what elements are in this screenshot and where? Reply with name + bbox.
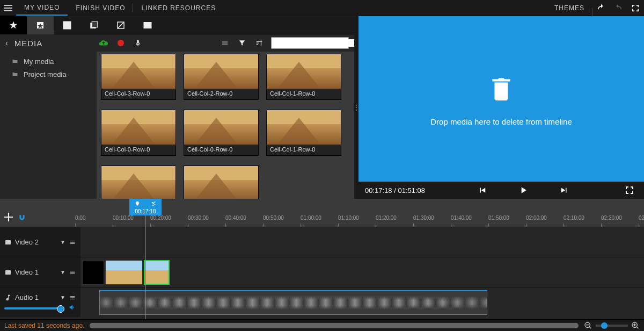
horizontal-resizer[interactable] xyxy=(354,16,358,199)
tab-text[interactable]: A xyxy=(54,16,80,34)
svg-rect-0 xyxy=(37,22,43,28)
timeline-scrollbar[interactable] xyxy=(90,323,579,328)
video-clip[interactable] xyxy=(105,260,143,285)
back-icon[interactable]: ‹ xyxy=(5,39,8,47)
media-header: ‹ MEDIA xyxy=(0,34,354,52)
folder-project-media[interactable]: Project media xyxy=(0,68,97,81)
nav-linked-resources[interactable]: LINKED RESOURCES xyxy=(133,0,224,16)
add-track-icon[interactable] xyxy=(4,213,13,221)
track-body[interactable] xyxy=(80,257,644,287)
audio-clip[interactable] xyxy=(99,290,487,315)
track-name: Video 2 xyxy=(15,238,57,246)
folder-my-media[interactable]: My media xyxy=(0,55,97,68)
timeline: 0:0000:10:0000:20:0000:30:0000:40:0000:5… xyxy=(0,199,644,319)
track-menu-icon[interactable] xyxy=(69,294,76,301)
track-video2: Video 2 ▼ xyxy=(0,227,644,257)
media-title: MEDIA xyxy=(14,39,43,48)
zoom-slider[interactable] xyxy=(596,325,628,327)
svg-rect-9 xyxy=(5,240,11,244)
thumb-label: Cell-Col-1-Row-0 xyxy=(267,145,341,155)
track-name: Video 1 xyxy=(15,268,57,276)
svg-rect-5 xyxy=(118,22,124,28)
playhead-line[interactable] xyxy=(145,199,146,319)
nav-themes[interactable]: THEMES xyxy=(546,4,592,12)
track-body[interactable] xyxy=(80,287,644,317)
preview-controls: 00:17:18 / 01:51:08 xyxy=(358,182,644,199)
media-search[interactable] xyxy=(271,37,349,49)
svg-rect-1 xyxy=(63,21,71,29)
drop-delete-zone[interactable]: Drop media here to delete from timeline xyxy=(358,16,644,182)
undo-icon[interactable] xyxy=(595,2,608,15)
track-name: Audio 1 xyxy=(15,293,57,301)
skip-back-icon[interactable] xyxy=(474,182,491,198)
tab-media[interactable] xyxy=(27,16,54,34)
record-icon[interactable] xyxy=(115,38,126,48)
thumb-label: Cell-Col-0-Row-0 xyxy=(184,145,258,155)
skip-forward-icon[interactable] xyxy=(556,182,572,198)
thumb-label: Cell-Col-0-Row-0 xyxy=(101,145,175,155)
tab-effects[interactable] xyxy=(107,16,134,34)
tab-layers[interactable] xyxy=(80,16,107,34)
cut-icon[interactable] xyxy=(151,201,156,206)
svg-rect-10 xyxy=(5,270,11,275)
nav-finish-video[interactable]: FINISH VIDEO xyxy=(68,0,133,16)
thumb-label: Cell-Col-1-Row-0 xyxy=(267,89,341,99)
playhead[interactable]: 00:17:18 xyxy=(129,199,162,215)
redo-icon[interactable] xyxy=(612,2,625,15)
media-thumb[interactable]: Cell-Col-2-Row-0 xyxy=(184,54,259,100)
zoom-in-icon[interactable] xyxy=(631,321,640,330)
video-clip-selected[interactable] xyxy=(144,260,170,285)
search-input[interactable] xyxy=(275,39,355,47)
filter-icon[interactable] xyxy=(237,38,247,48)
media-thumb[interactable]: Cell-Col-1-Row-0 xyxy=(266,54,341,100)
preview-fullscreen-icon[interactable] xyxy=(621,182,638,198)
track-video1: Video 1 ▼ xyxy=(0,257,644,287)
chevron-down-icon[interactable]: ▼ xyxy=(60,239,65,245)
media-thumb[interactable]: Cell-Col-3-Row-0 xyxy=(101,54,176,100)
playhead-time: 00:17:18 xyxy=(129,208,162,214)
media-thumbnails: Cell-Col-3-Row-0 Cell-Col-2-Row-0 Cell-C… xyxy=(97,52,354,199)
marker-icon[interactable] xyxy=(135,201,140,206)
list-view-icon[interactable] xyxy=(219,38,230,48)
music-icon xyxy=(4,294,12,301)
media-thumb[interactable]: Cell-Col-1-Row-0 xyxy=(266,110,341,156)
tab-images[interactable] xyxy=(134,16,161,34)
folder-label: Project media xyxy=(24,70,66,78)
mic-icon[interactable] xyxy=(133,38,143,48)
fullscreen-icon[interactable] xyxy=(629,2,642,15)
menu-icon[interactable] xyxy=(0,0,16,16)
magnet-icon[interactable] xyxy=(17,214,27,221)
tab-favorites[interactable] xyxy=(0,16,27,34)
thumb-label: Cell-Col-3-Row-0 xyxy=(101,89,175,99)
media-thumb[interactable]: Cell-Col-0-Row-0 xyxy=(101,110,176,156)
svg-point-8 xyxy=(118,40,124,46)
media-thumb[interactable]: Cell-Col-0-Row-0 xyxy=(184,110,259,156)
video-clip[interactable] xyxy=(83,260,104,285)
track-menu-icon[interactable] xyxy=(69,269,76,276)
preview-time: 00:17:18 / 01:51:08 xyxy=(365,186,425,195)
track-body[interactable] xyxy=(80,227,644,257)
status-bar: Last saved 11 seconds ago. xyxy=(0,319,644,331)
zoom-out-icon[interactable] xyxy=(584,321,592,330)
drop-text: Drop media here to delete from timeline xyxy=(430,117,572,126)
media-thumb[interactable] xyxy=(101,166,176,199)
sort-icon[interactable] xyxy=(254,38,265,48)
media-thumb[interactable] xyxy=(184,166,259,199)
preview-panel: Drop media here to delete from timeline … xyxy=(358,16,644,199)
nav-my-video[interactable]: MY VIDEO xyxy=(16,0,68,16)
trash-icon xyxy=(488,72,515,104)
chevron-down-icon[interactable]: ▼ xyxy=(60,269,65,275)
folder-tree: My media Project media xyxy=(0,52,97,199)
video-icon xyxy=(4,269,12,276)
play-icon[interactable] xyxy=(515,182,531,198)
chevron-down-icon[interactable]: ▼ xyxy=(60,294,65,300)
volume-icon[interactable] xyxy=(69,304,76,311)
volume-slider[interactable] xyxy=(4,307,61,310)
svg-text:A: A xyxy=(65,23,68,28)
upload-icon[interactable] xyxy=(98,38,109,48)
track-menu-icon[interactable] xyxy=(69,239,76,246)
svg-rect-3 xyxy=(90,23,96,28)
last-saved-text: Last saved 11 seconds ago. xyxy=(4,322,84,329)
top-bar: MY VIDEO FINISH VIDEO LINKED RESOURCES T… xyxy=(0,0,644,16)
svg-rect-4 xyxy=(92,21,98,27)
